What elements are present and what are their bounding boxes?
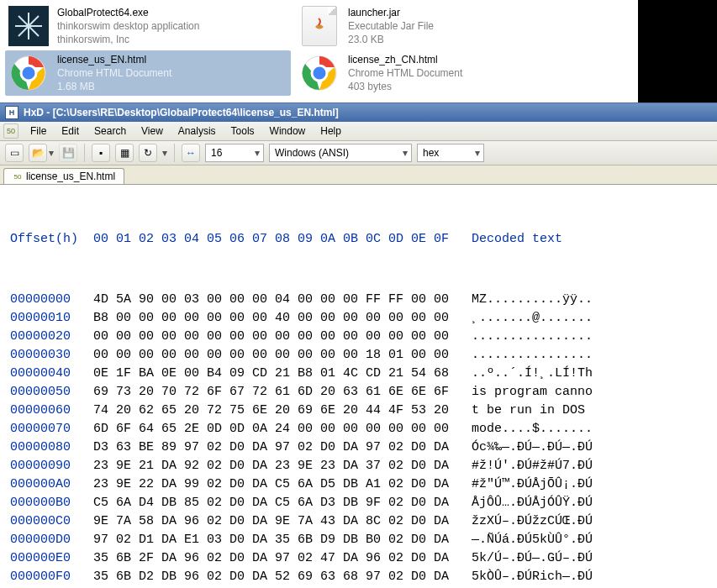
menu-help[interactable]: Help [314,123,348,139]
document-tab[interactable]: 50 license_us_EN.html [3,168,124,184]
menu-search[interactable]: Search [87,123,133,139]
hex-row[interactable]: 000000E0 35 6B 2F DA 96 02 D0 DA 97 02 4… [10,549,707,568]
file-item-license-us[interactable]: license_us_EN.html Chrome HTML Document … [5,50,291,96]
offset-base-combo[interactable]: hex [417,144,484,162]
menu-window[interactable]: Window [263,123,313,139]
arrows-h-icon: ↔ [186,147,196,159]
new-button[interactable]: ▭ [5,144,24,162]
hex-row[interactable]: 00000070 6D 6F 64 65 2E 0D 0D 0A 24 00 0… [10,420,707,438]
hex-row[interactable]: 00000040 0E 1F BA 0E 00 B4 09 CD 21 B8 0… [10,365,707,383]
hex-view[interactable]: Offset(h) 00 01 02 03 04 05 06 07 08 09 … [0,185,717,588]
hex-row[interactable]: 00000060 74 20 62 65 20 72 75 6E 20 69 6… [10,402,707,420]
toolbar: ▭ 📂 ▾ 💾 ▪ ▦ ↻ ▾ ↔ 16 Windows (ANSI) hex [0,141,717,165]
file-subtitle-2: 403 bytes [348,80,462,93]
file-subtitle-2: 23.0 KB [348,33,434,46]
refresh-icon: ↻ [144,147,152,159]
file-name: license_us_EN.html [57,53,171,66]
page-icon: ▭ [10,147,19,159]
disk-button[interactable]: ▪ [92,144,110,162]
combo-value: hex [423,147,439,159]
chevron-down-icon[interactable]: ▾ [162,147,167,159]
hex-doc-icon: 50 [13,171,23,181]
file-subtitle: Chrome HTML Document [348,66,462,80]
ram-button[interactable]: ▦ [115,144,134,162]
snowflake-icon [12,9,45,43]
menu-analysis[interactable]: Analysis [171,123,223,139]
hex-row[interactable]: 00000080 D3 63 BE 89 97 02 D0 DA 97 02 D… [10,438,707,457]
charset-combo[interactable]: Windows (ANSI) [269,144,412,162]
hex-rows: 00000000 4D 5A 90 00 03 00 00 00 04 00 0… [10,291,707,588]
file-subtitle: Executable Jar File [348,19,434,33]
menu-edit[interactable]: Edit [55,123,86,139]
window-title: HxD - [C:\Users\RE\Desktop\GlobalProtect… [24,107,339,118]
hex-row[interactable]: 000000C0 9E 7A 58 DA 96 02 D0 DA 9E 7A 4… [10,512,707,531]
file-subtitle-2: thinkorswim, Inc [57,33,199,46]
app-icon: H [5,106,18,119]
width-button[interactable]: ↔ [182,144,200,162]
hex-row[interactable]: 00000050 69 73 20 70 72 6F 67 72 61 6D 2… [10,383,707,402]
file-item-license-zh[interactable]: license_zh_CN.html Chrome HTML Document … [296,50,582,96]
file-subtitle: thinkorswim desktop application [57,19,199,33]
file-name: license_zh_CN.html [348,53,462,66]
hex-row[interactable]: 00000030 00 00 00 00 00 00 00 00 00 00 0… [10,346,707,365]
file-subtitle-2: 1.68 MB [57,80,171,93]
hex-header: Offset(h) 00 01 02 03 04 05 06 07 08 09 … [10,230,707,254]
file-explorer-pane: GlobalProtect64.exe thinkorswim desktop … [0,0,639,102]
file-name: GlobalProtect64.exe [57,6,199,19]
hex-row[interactable]: 000000B0 C5 6A D4 DB 85 02 D0 DA C5 6A D… [10,494,707,512]
hex-row[interactable]: 00000010 B8 00 00 00 00 00 00 00 40 00 0… [10,309,707,328]
hex-row[interactable]: 000000A0 23 9E 22 DA 99 02 D0 DA C5 6A D… [10,475,707,494]
hex-row[interactable]: 00000000 4D 5A 90 00 03 00 00 00 04 00 0… [10,291,707,309]
chip-icon: ▦ [120,147,129,159]
app-icon [8,6,49,46]
file-item-globalprotect[interactable]: GlobalProtect64.exe thinkorswim desktop … [5,3,291,49]
hex-row[interactable]: 000000D0 97 02 D1 DA E1 03 D0 DA 35 6B D… [10,531,707,549]
menu-file[interactable]: File [24,123,53,139]
folder-open-icon: 📂 [32,147,45,159]
combo-value: 16 [211,147,222,159]
drive-icon: ▪ [99,147,103,159]
hxd-window: H HxD - [C:\Users\RE\Desktop\GlobalProte… [0,102,717,588]
file-item-launcher[interactable]: launcher.jar Executable Jar File 23.0 KB [296,3,582,49]
menu-tools[interactable]: Tools [224,123,261,139]
open-button[interactable]: 📂 [29,144,47,162]
hex-row[interactable]: 000000F0 35 6B D2 DB 96 02 D0 DA 52 69 6… [10,568,707,586]
hex-doc-icon: 50 [3,123,18,139]
menubar: 50 File Edit Search View Analysis Tools … [0,122,717,141]
combo-value: Windows (ANSI) [275,147,349,159]
separator [84,144,85,162]
chrome-icon [8,53,49,93]
tabbar: 50 license_us_EN.html [0,165,717,185]
jar-icon [299,6,340,46]
chevron-down-icon[interactable]: ▾ [49,147,54,159]
tab-label: license_us_EN.html [26,171,115,182]
floppy-icon: 💾 [62,147,75,159]
refresh-button[interactable]: ↻ [139,144,157,162]
file-subtitle: Chrome HTML Document [57,66,171,80]
save-button[interactable]: 💾 [59,144,77,162]
titlebar[interactable]: H HxD - [C:\Users\RE\Desktop\GlobalProte… [0,103,717,122]
file-name: launcher.jar [348,6,434,19]
menu-view[interactable]: View [134,123,170,139]
separator [174,144,175,162]
hex-row[interactable]: 00000090 23 9E 21 DA 92 02 D0 DA 23 9E 2… [10,457,707,475]
hex-row[interactable]: 00000020 00 00 00 00 00 00 00 00 00 00 0… [10,328,707,346]
bytes-per-row-combo[interactable]: 16 [205,144,264,162]
chrome-icon [299,53,340,93]
